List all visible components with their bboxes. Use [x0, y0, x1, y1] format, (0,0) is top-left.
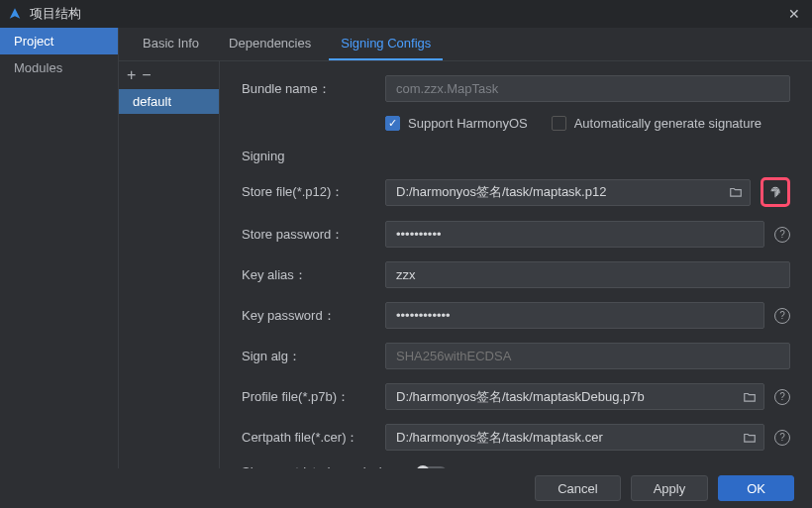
form: Bundle name： Support HarmonyOS Automatic… — [220, 61, 812, 508]
help-icon[interactable]: ? — [774, 389, 790, 405]
app-logo-icon — [8, 7, 22, 21]
bundle-name-input[interactable] — [385, 75, 790, 102]
help-icon[interactable]: ? — [774, 227, 790, 243]
signing-section-label: Signing — [242, 149, 790, 163]
titlebar: 项目结构 ✕ — [0, 0, 812, 28]
remove-config-icon[interactable]: − — [142, 67, 151, 83]
close-icon[interactable]: ✕ — [784, 4, 804, 24]
folder-icon[interactable] — [743, 390, 757, 404]
auto-generate-signature-checkbox[interactable]: Automatically generate signature — [552, 116, 761, 131]
auto-generate-signature-label: Automatically generate signature — [574, 116, 761, 131]
sidebar-item-modules[interactable]: Modules — [0, 54, 118, 81]
fingerprint-button[interactable] — [761, 177, 790, 207]
support-harmonyos-label: Support HarmonyOS — [408, 116, 528, 131]
store-password-input[interactable] — [385, 221, 764, 248]
support-harmonyos-checkbox[interactable]: Support HarmonyOS — [385, 116, 528, 131]
row-store-file: Store file(*.p12)： — [242, 177, 790, 207]
certpath-file-input[interactable] — [385, 424, 764, 451]
sidebar-item-project[interactable]: Project — [0, 28, 118, 54]
store-password-label: Store password： — [242, 226, 385, 244]
folder-icon[interactable] — [743, 431, 757, 445]
row-certpath-file: Certpath file(*.cer)： ? — [242, 424, 790, 451]
key-password-input[interactable] — [385, 302, 764, 329]
footer: Cancel Apply OK — [0, 468, 812, 508]
bundle-name-label: Bundle name： — [242, 80, 385, 98]
profile-file-label: Profile file(*.p7b)： — [242, 388, 385, 406]
row-key-alias: Key alias： — [242, 261, 790, 288]
row-store-password: Store password： ? — [242, 221, 790, 248]
store-file-label: Store file(*.p12)： — [242, 183, 385, 201]
content-area: + − default Bundle name： Support Harmony… — [119, 61, 812, 508]
row-bundle-name: Bundle name： — [242, 75, 790, 102]
row-profile-file: Profile file(*.p7b)： ? — [242, 383, 790, 410]
add-config-icon[interactable]: + — [127, 67, 136, 83]
checkbox-checked-icon — [385, 116, 400, 131]
tab-basic-info[interactable]: Basic Info — [131, 28, 211, 60]
sidebar: Project Modules — [0, 28, 119, 468]
certpath-file-label: Certpath file(*.cer)： — [242, 429, 385, 447]
window-title: 项目结构 — [30, 5, 81, 23]
config-list: + − default — [119, 61, 220, 508]
right-pane: Basic Info Dependencies Signing Configs … — [119, 28, 812, 468]
tabs: Basic Info Dependencies Signing Configs — [119, 28, 812, 61]
help-icon[interactable]: ? — [774, 308, 790, 324]
profile-file-input[interactable] — [385, 383, 764, 410]
apply-button[interactable]: Apply — [631, 475, 709, 501]
ok-button[interactable]: OK — [718, 475, 794, 501]
titlebar-left: 项目结构 — [8, 5, 81, 23]
tab-signing-configs[interactable]: Signing Configs — [329, 28, 443, 60]
key-alias-input[interactable] — [385, 261, 790, 288]
tab-dependencies[interactable]: Dependencies — [217, 28, 323, 60]
key-alias-label: Key alias： — [242, 266, 385, 284]
key-password-label: Key password： — [242, 307, 385, 325]
fingerprint-icon — [767, 184, 783, 200]
cancel-button[interactable]: Cancel — [535, 475, 620, 501]
folder-icon[interactable] — [729, 185, 743, 199]
row-sign-alg: Sign alg： — [242, 343, 790, 369]
config-item-default[interactable]: default — [119, 89, 219, 114]
checkbox-row: Support HarmonyOS Automatically generate… — [385, 116, 790, 131]
store-file-input[interactable] — [385, 179, 751, 206]
help-icon[interactable]: ? — [774, 430, 790, 446]
sign-alg-label: Sign alg： — [242, 348, 385, 365]
main-area: Project Modules Basic Info Dependencies … — [0, 28, 812, 468]
checkbox-unchecked-icon — [552, 116, 566, 131]
config-list-tools: + − — [119, 61, 219, 89]
row-key-password: Key password： ? — [242, 302, 790, 329]
sign-alg-input[interactable] — [385, 343, 790, 369]
